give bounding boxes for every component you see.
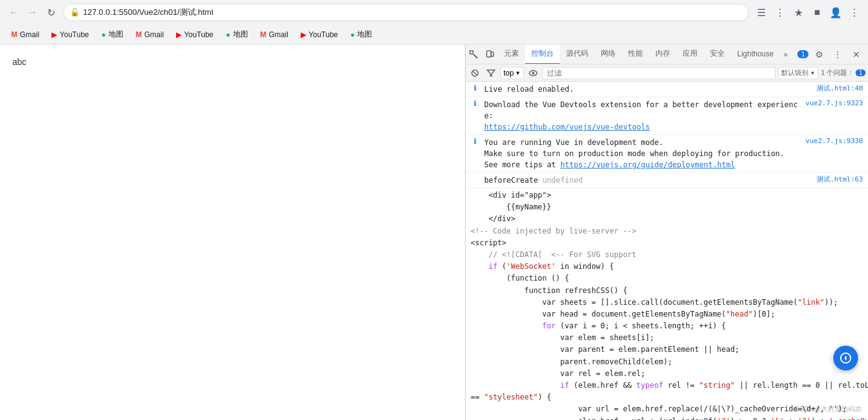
devtools-console-content[interactable]: ℹ Live reload enabled. 测试.html:40 ℹ Down…: [466, 82, 868, 420]
tab-performance[interactable]: 性能: [622, 45, 649, 64]
devtools-panel: 元素 控制台 源代码 网络 性能 内存 应用 安全 Lighthouse » 1…: [465, 45, 868, 420]
issues-text: 1 个问题：: [821, 68, 854, 77]
youtube-icon-3: ▶: [301, 30, 306, 39]
svg-line-5: [473, 71, 477, 75]
deployment-link[interactable]: https://vuejs.org/guide/deployment.html: [560, 160, 735, 169]
bookmark-label: Gmail: [144, 30, 164, 39]
toolbar-right-group: 默认级别 ▼ 1 个问题： 1: [778, 67, 866, 79]
tab-application[interactable]: 应用: [676, 45, 704, 64]
forward-button[interactable]: →: [24, 4, 41, 21]
devtools-tabs: 元素 控制台 源代码 网络 性能 内存 应用 安全 Lighthouse » 1…: [466, 45, 868, 64]
level-select[interactable]: top ▼: [500, 67, 524, 79]
bookmark-label: YouTube: [309, 30, 338, 39]
undefined-value: undefined: [542, 176, 583, 185]
gmail-icon-1: M: [11, 30, 17, 39]
source-link-4[interactable]: 测试.html:63: [817, 175, 863, 184]
bookmark-gmail-2[interactable]: M Gmail: [131, 29, 169, 40]
bookmark-gmail-3[interactable]: M Gmail: [255, 29, 293, 40]
watermark: CSDN@大村里的码农: [795, 405, 862, 414]
gmail-icon-2: M: [136, 30, 142, 39]
bookmark-youtube-1[interactable]: ▶ YouTube: [46, 29, 94, 40]
devtools-inspect-icon[interactable]: [466, 46, 482, 63]
nav-buttons: ← → ↻: [5, 4, 60, 21]
devtools-more-icon[interactable]: ⋮: [830, 46, 846, 63]
info-icon: ℹ: [471, 84, 479, 92]
level-value: top: [503, 69, 514, 77]
tab-memory[interactable]: 内存: [649, 45, 676, 64]
tab-network[interactable]: 网络: [595, 45, 622, 64]
filter-input[interactable]: [542, 67, 776, 79]
info-icon-3: ℹ: [471, 137, 479, 146]
clear-console-icon[interactable]: [468, 66, 482, 80]
source-link[interactable]: 测试.html:40: [817, 84, 863, 93]
bookmark-map-3[interactable]: ● 地图: [345, 28, 377, 41]
svg-rect-0: [470, 51, 473, 54]
bookmark-label: 地图: [233, 29, 248, 40]
bookmark-youtube-3[interactable]: ▶ YouTube: [296, 29, 343, 40]
tab-sources[interactable]: 源代码: [560, 45, 595, 64]
address-bar[interactable]: 🔓 127.0.0.1:5500/Vue2/ch01/测试.html: [63, 4, 749, 21]
console-text: Live reload enabled.: [484, 84, 812, 95]
svg-rect-2: [487, 51, 491, 57]
reload-button[interactable]: ↻: [42, 4, 60, 21]
bookmark-label: 地图: [357, 29, 372, 40]
console-entry-dev-mode: ℹ You are running Vue in development mod…: [466, 135, 868, 173]
eye-icon[interactable]: [526, 66, 540, 80]
bookmark-button[interactable]: ★: [790, 4, 807, 21]
bookmark-label: Gmail: [269, 30, 288, 39]
code-block: <div id="app"> {{myName}} </div> <!-- Co…: [466, 188, 868, 420]
bookmark-label: YouTube: [184, 30, 213, 39]
float-action-button[interactable]: [833, 346, 858, 370]
filter-icon[interactable]: [484, 66, 498, 80]
svg-point-8: [532, 72, 534, 74]
level-dropdown-icon: ▼: [515, 70, 521, 76]
svg-marker-6: [487, 70, 495, 76]
devtools-device-icon[interactable]: [482, 46, 498, 63]
default-level-select[interactable]: 默认级别 ▼: [778, 67, 818, 79]
lock-icon: 🔓: [70, 8, 79, 17]
tab-elements[interactable]: 元素: [498, 45, 525, 64]
bookmark-youtube-2[interactable]: ▶ YouTube: [171, 29, 218, 40]
console-text-2: Download the Vue Devtools extension for …: [484, 99, 800, 133]
issues-button[interactable]: 1 个问题： 1: [821, 68, 866, 77]
tab-console[interactable]: 控制台: [525, 45, 560, 64]
map-icon-2: ●: [226, 30, 230, 39]
browser-top-bar: ← → ↻ 🔓 127.0.0.1:5500/Vue2/ch01/测试.html…: [0, 0, 868, 25]
devtools-close-icon[interactable]: ✕: [848, 46, 864, 63]
browser-toolbar-right: ☰ ⋮ ★ ■ 👤 ⋮: [753, 4, 863, 21]
console-entry-before-create: beforeCreate undefined 测试.html:63: [466, 173, 868, 188]
share-button[interactable]: ⋮: [771, 4, 789, 21]
bookmark-map-1[interactable]: ● 地图: [97, 28, 128, 41]
default-level-chevron: ▼: [810, 70, 815, 76]
tab-lighthouse[interactable]: Lighthouse: [731, 45, 780, 64]
profile-button[interactable]: 👤: [827, 4, 844, 21]
tab-security[interactable]: 安全: [704, 45, 731, 64]
bookmarks-bar: M Gmail ▶ YouTube ● 地图 M Gmail ▶ YouTube…: [0, 25, 868, 45]
issues-badge: 1: [797, 50, 808, 58]
page-text: abc: [12, 57, 27, 67]
map-icon-3: ●: [350, 30, 355, 39]
issues-indicator: 1: [797, 50, 808, 58]
bookmark-gmail-1[interactable]: M Gmail: [6, 29, 44, 40]
back-button[interactable]: ←: [5, 4, 22, 21]
bookmark-map-2[interactable]: ● 地图: [221, 28, 252, 41]
default-level-label: 默认级别: [781, 68, 808, 77]
console-entry-live-reload: ℹ Live reload enabled. 测试.html:40: [466, 82, 868, 97]
console-entry-vue-devtools: ℹ Download the Vue Devtools extension fo…: [466, 97, 868, 135]
vue-devtools-link[interactable]: https://github.com/vuejs/vue-devtools: [484, 123, 650, 131]
tab-more[interactable]: »: [780, 45, 792, 64]
bookmark-label: Gmail: [20, 30, 39, 39]
menu-button[interactable]: ⋮: [846, 4, 863, 21]
devtools-secondary-toolbar: top ▼ 默认级别 ▼ 1 个问题： 1: [466, 64, 868, 82]
page-content: abc: [0, 45, 465, 420]
devtools-settings-icon[interactable]: ⚙: [811, 46, 827, 63]
main-area: abc 元素 控制台 源代码 网络 性能 内存 应用 安全 Lighthouse: [0, 45, 868, 420]
cast-button[interactable]: ☰: [753, 4, 770, 21]
console-text-3: You are running Vue in development mode.…: [484, 137, 800, 170]
svg-rect-3: [491, 52, 494, 56]
source-link-2[interactable]: vue2.7.js:9323: [805, 99, 863, 107]
youtube-icon-1: ▶: [51, 30, 57, 39]
source-link-3[interactable]: vue2.7.js:9330: [805, 137, 863, 145]
extension-button[interactable]: ■: [808, 4, 826, 21]
map-icon-1: ●: [102, 30, 106, 39]
